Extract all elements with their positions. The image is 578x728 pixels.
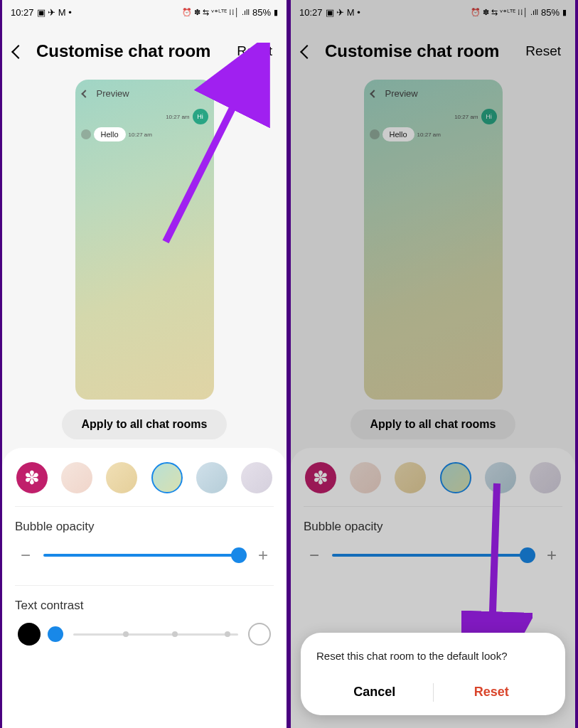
- preview-label: Preview: [385, 88, 418, 99]
- tick: [123, 631, 129, 637]
- apply-all-button[interactable]: Apply to all chat rooms: [350, 410, 516, 439]
- phone-right: 10:27 ▣ ✈ M • ⏰ ✽ ⇆ ᵛᵒᴸᵀᴱ ⁞⁞│ .ıll 85% ▮…: [291, 0, 575, 728]
- color-swatch-4[interactable]: [485, 462, 516, 493]
- opacity-plus-button[interactable]: +: [255, 545, 271, 565]
- color-swatch-custom[interactable]: ✽: [16, 462, 48, 493]
- preview-card: Preview 10:27 am Hi Hello 10:27 am: [364, 80, 503, 400]
- opacity-slider[interactable]: [332, 554, 534, 557]
- battery-percent: 85%: [252, 7, 271, 18]
- color-swatch-custom[interactable]: ✽: [305, 462, 336, 493]
- color-swatch-5[interactable]: [241, 462, 272, 493]
- bottom-panel: ✽ Bubble opacity − + Text contrast: [2, 448, 287, 728]
- message-bubble-hi: Hi: [481, 109, 497, 124]
- preview-area: Preview 10:27 am Hi Hello 10:27 am: [291, 74, 575, 410]
- color-swatch-2[interactable]: [106, 462, 137, 493]
- opacity-slider-row: − +: [304, 541, 562, 569]
- color-swatch-1[interactable]: [61, 462, 92, 493]
- message-bubble-hello: Hello: [94, 127, 126, 141]
- opacity-slider-row: − +: [15, 541, 274, 569]
- status-right-icons: ⏰ ✽ ⇆ ᵛᵒᴸᵀᴱ ⁞⁞│ .ıll: [471, 8, 538, 17]
- status-left: 10:27 ▣ ✈ M •: [11, 7, 72, 18]
- contrast-label: Text contrast: [15, 599, 274, 613]
- preview-label: Preview: [97, 88, 129, 99]
- status-time: 10:27: [11, 7, 34, 18]
- preview-header: Preview: [75, 80, 214, 107]
- status-time: 10:27: [299, 7, 323, 18]
- flower-icon: ✽: [24, 467, 40, 489]
- message-row-sent: 10:27 am Hi: [75, 107, 214, 126]
- divider: [15, 585, 274, 586]
- tick: [172, 631, 178, 637]
- back-icon[interactable]: [11, 45, 26, 59]
- color-swatch-4[interactable]: [196, 462, 228, 493]
- opacity-slider-thumb[interactable]: [520, 547, 535, 563]
- status-right: ⏰ ✽ ⇆ ᵛᵒᴸᵀᴱ ⁞⁞│ .ıll 85% ▮: [182, 7, 278, 18]
- color-swatch-1[interactable]: [350, 462, 381, 493]
- message-bubble-hello: Hello: [382, 127, 414, 141]
- contrast-slider-thumb[interactable]: [48, 626, 63, 642]
- message-time: 10:27 am: [166, 114, 189, 120]
- tick: [225, 631, 230, 637]
- battery-icon: ▮: [274, 8, 278, 17]
- preview-back-icon: [370, 90, 378, 97]
- color-swatch-5[interactable]: [530, 462, 561, 493]
- status-bar: 10:27 ▣ ✈ M • ⏰ ✽ ⇆ ᵛᵒᴸᵀᴱ ⁞⁞│ .ıll 85% ▮: [2, 0, 287, 21]
- opacity-label: Bubble opacity: [304, 520, 562, 534]
- apply-all-button[interactable]: Apply to all chat rooms: [62, 410, 228, 439]
- dialog-reset-button[interactable]: Reset: [434, 679, 550, 705]
- opacity-minus-button[interactable]: −: [306, 545, 322, 565]
- page-title: Customise chat room: [325, 41, 525, 61]
- color-swatch-3-selected[interactable]: [440, 462, 471, 493]
- opacity-minus-button[interactable]: −: [18, 545, 33, 565]
- status-left: 10:27 ▣ ✈ M •: [299, 7, 360, 18]
- page-header: Customise chat room Reset: [2, 21, 287, 74]
- preview-area: Preview 10:27 am Hi Hello 10:27 am: [2, 74, 287, 410]
- opacity-slider-thumb[interactable]: [231, 547, 247, 563]
- opacity-plus-button[interactable]: +: [544, 545, 560, 565]
- dialog-cancel-button[interactable]: Cancel: [316, 679, 433, 705]
- color-row: ✽: [304, 462, 562, 507]
- reset-dialog: Reset this chat room to the default look…: [301, 633, 565, 715]
- flower-icon: ✽: [313, 467, 328, 489]
- color-swatch-2[interactable]: [395, 462, 426, 493]
- status-bar: 10:27 ▣ ✈ M • ⏰ ✽ ⇆ ᵛᵒᴸᵀᴱ ⁞⁞│ .ıll 85% ▮: [291, 0, 575, 21]
- message-bubble-hi: Hi: [193, 109, 208, 124]
- message-row-received: Hello 10:27 am: [364, 126, 503, 143]
- message-row-received: Hello 10:27 am: [75, 126, 214, 143]
- phone-left: 10:27 ▣ ✈ M • ⏰ ✽ ⇆ ᵛᵒᴸᵀᴱ ⁞⁞│ .ıll 85% ▮…: [2, 0, 287, 728]
- contrast-row: [15, 620, 274, 648]
- color-swatch-3-selected[interactable]: [151, 462, 183, 493]
- preview-card: Preview 10:27 am Hi Hello 10:27 am: [75, 80, 214, 400]
- reset-button[interactable]: Reset: [525, 43, 561, 59]
- contrast-white[interactable]: [248, 623, 271, 646]
- battery-icon: ▮: [562, 8, 567, 17]
- status-left-icons: ▣ ✈ M •: [37, 7, 72, 18]
- opacity-label: Bubble opacity: [15, 520, 274, 534]
- contrast-slider[interactable]: [73, 633, 238, 636]
- opacity-slider[interactable]: [43, 554, 245, 557]
- dialog-text: Reset this chat room to the default look…: [316, 650, 550, 662]
- message-time: 10:27 am: [417, 132, 441, 138]
- contrast-black[interactable]: [18, 623, 41, 646]
- status-left-icons: ▣ ✈ M •: [326, 7, 360, 18]
- back-icon[interactable]: [300, 45, 314, 59]
- battery-percent: 85%: [541, 7, 560, 18]
- page-title: Customise chat room: [36, 41, 237, 61]
- status-right: ⏰ ✽ ⇆ ᵛᵒᴸᵀᴱ ⁞⁞│ .ıll 85% ▮: [471, 7, 567, 18]
- preview-back-icon: [81, 90, 89, 97]
- message-time: 10:27 am: [454, 114, 478, 120]
- color-row: ✽: [15, 462, 274, 507]
- avatar-icon: [370, 129, 380, 139]
- page-header: Customise chat room Reset: [291, 21, 575, 74]
- message-time: 10:27 am: [129, 132, 152, 138]
- avatar-icon: [81, 129, 91, 139]
- dialog-actions: Cancel Reset: [316, 679, 550, 705]
- message-row-sent: 10:27 am Hi: [364, 107, 503, 126]
- reset-button[interactable]: Reset: [237, 43, 272, 59]
- status-right-icons: ⏰ ✽ ⇆ ᵛᵒᴸᵀᴱ ⁞⁞│ .ıll: [182, 8, 250, 17]
- preview-header: Preview: [364, 80, 503, 107]
